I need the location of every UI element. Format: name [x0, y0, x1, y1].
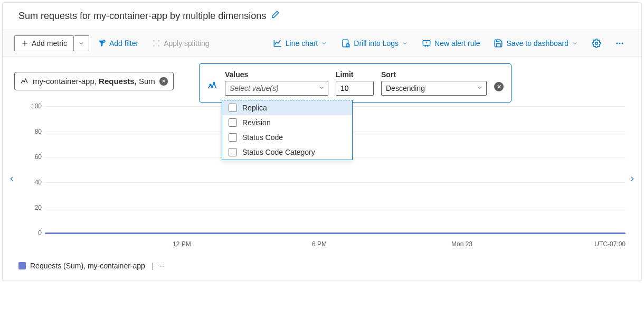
chevron-down-icon: [572, 40, 578, 46]
chip-text: my-container-app, Requests, Sum: [33, 77, 155, 86]
splitting-panel: Values Select value(s) Limit Sort Descen…: [199, 63, 512, 103]
legend-value: --: [160, 262, 165, 270]
values-select[interactable]: Select value(s): [225, 81, 328, 96]
add-filter-button[interactable]: Add filter: [92, 37, 144, 50]
svg-point-8: [595, 42, 598, 45]
chart-next-icon[interactable]: [627, 171, 638, 190]
chart-title: Sum requests for my-container-app by mul…: [18, 11, 266, 22]
save-dashboard-label: Save to dashboard: [506, 39, 569, 48]
dropdown-item-status-code[interactable]: Status Code: [222, 130, 352, 145]
drill-logs-label: Drill into Logs: [354, 39, 399, 48]
limit-field: Limit: [336, 70, 374, 96]
series-line: [45, 232, 626, 234]
metric-chip[interactable]: my-container-app, Requests, Sum ✕: [14, 72, 174, 90]
checkbox-status-code-category[interactable]: [229, 148, 237, 156]
checkbox-replica[interactable]: [229, 104, 237, 112]
y-tick: 0: [18, 229, 42, 237]
dropdown-item-status-code-category[interactable]: Status Code Category: [222, 145, 352, 160]
dropdown-item-replica[interactable]: Replica: [222, 100, 352, 115]
new-alert-label: New alert rule: [434, 39, 480, 48]
values-label: Values: [225, 70, 328, 79]
svg-point-13: [212, 86, 213, 88]
svg-point-14: [213, 82, 215, 84]
x-tick: 6 PM: [312, 240, 327, 248]
gridline: [45, 182, 626, 183]
legend-swatch: [18, 262, 26, 269]
x-tick: 12 PM: [173, 240, 191, 248]
line-chart-button[interactable]: Line chart: [268, 36, 333, 50]
limit-input[interactable]: [336, 81, 374, 96]
chevron-down-icon: [477, 84, 483, 92]
svg-point-12: [210, 84, 211, 86]
remove-chip-icon[interactable]: ✕: [159, 77, 168, 86]
metrics-card: Sum requests for my-container-app by mul…: [2, 2, 642, 281]
values-dropdown: Replica Revision Status Code Status Code…: [222, 100, 353, 160]
svg-point-11: [622, 43, 623, 44]
metric-icon: [20, 77, 29, 86]
limit-label: Limit: [336, 70, 374, 79]
legend-series-name: Requests (Sum), my-container-app: [30, 262, 145, 270]
chart-prev-icon[interactable]: [6, 171, 17, 190]
x-axis: 12 PM6 PMMon 23: [45, 240, 626, 248]
legend: Requests (Sum), my-container-app | --: [3, 254, 641, 270]
y-tick: 40: [18, 179, 42, 186]
line-chart-label: Line chart: [286, 39, 318, 48]
y-tick: 60: [18, 153, 42, 161]
sort-field: Sort Descending: [381, 70, 487, 96]
drill-logs-button[interactable]: Drill into Logs: [336, 36, 413, 50]
add-metric-label: Add metric: [32, 39, 67, 48]
chevron-down-icon: [321, 40, 327, 46]
apply-splitting-button: Apply splitting: [147, 37, 214, 50]
y-tick: 20: [18, 204, 42, 211]
close-split-icon[interactable]: ✕: [494, 82, 504, 91]
edit-title-icon[interactable]: [270, 10, 280, 22]
gridline: [45, 208, 626, 208]
apply-splitting-label: Apply splitting: [164, 39, 209, 48]
add-metric-button[interactable]: Add metric: [14, 35, 74, 51]
svg-point-9: [616, 43, 618, 44]
new-alert-button[interactable]: New alert rule: [416, 36, 485, 50]
chevron-down-icon: [318, 84, 325, 92]
checkbox-revision[interactable]: [229, 118, 237, 127]
y-tick: 100: [18, 103, 42, 110]
y-tick: 80: [18, 128, 42, 135]
timezone-label: UTC-07:00: [594, 240, 626, 248]
add-filter-label: Add filter: [109, 39, 138, 48]
add-metric-chevron[interactable]: [74, 35, 89, 51]
add-metric-group: Add metric: [14, 35, 89, 51]
title-row: Sum requests for my-container-app by mul…: [3, 3, 641, 30]
save-dashboard-button[interactable]: Save to dashboard: [488, 36, 583, 50]
svg-rect-5: [343, 40, 348, 47]
more-button[interactable]: [610, 36, 630, 50]
sort-label: Sort: [381, 70, 487, 79]
x-tick: Mon 23: [451, 240, 472, 248]
values-field: Values Select value(s): [225, 70, 328, 96]
splitting-icon: [207, 70, 217, 93]
checkbox-status-code[interactable]: [229, 133, 237, 142]
metrics-chip-bar: my-container-app, Requests, Sum ✕ Values…: [3, 57, 641, 90]
settings-button[interactable]: [586, 36, 607, 50]
dropdown-item-revision[interactable]: Revision: [222, 115, 352, 130]
sort-select[interactable]: Descending: [381, 81, 487, 96]
svg-point-10: [619, 43, 621, 44]
toolbar: Add metric Add filter Apply splitting Li…: [3, 30, 641, 57]
chevron-down-icon: [402, 40, 408, 46]
